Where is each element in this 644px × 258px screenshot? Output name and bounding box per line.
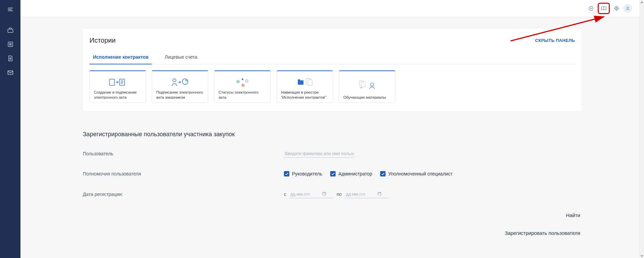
checkbox-admin[interactable]: Администратор	[330, 171, 372, 176]
checkbox-specialist[interactable]: Уполномоченный специалист	[380, 171, 453, 176]
card-label: Обучающие материалы	[343, 95, 391, 100]
checkbox-label: Администратор	[338, 171, 372, 176]
card-illustration-icon	[156, 74, 204, 90]
checkbox-leader[interactable]: Руководитель	[284, 171, 322, 176]
tab-accounts[interactable]: Лицевые счета	[161, 52, 200, 64]
target-icon[interactable]	[612, 4, 621, 12]
card-create-sign-act[interactable]: Создание и подписание электронного акта	[90, 70, 146, 103]
register-user-button[interactable]: Зарегистрировать пользователя	[504, 228, 582, 238]
card-label: Подписание электронного акта заказчиком	[156, 90, 204, 100]
svg-point-16	[616, 8, 618, 9]
card-illustration-icon	[343, 74, 391, 95]
scrollbar[interactable]	[639, 0, 644, 258]
card-registry-nav[interactable]: Навигация в реестре "Исполнение контракт…	[277, 70, 333, 103]
document-icon[interactable]	[7, 55, 14, 62]
scroll-up-icon[interactable]	[639, 0, 644, 5]
hide-panel-button[interactable]: СКРЫТЬ ПАНЕЛЬ	[535, 38, 575, 43]
histories-tabs: Исполнение контрактов Лицевые счета	[90, 52, 575, 64]
card-act-statuses[interactable]: Статусы электронного акта	[214, 70, 271, 103]
main-area: Истории СКРЫТЬ ПАНЕЛЬ Исполнение контрак…	[20, 0, 644, 258]
svg-point-15	[615, 7, 619, 10]
user-field-label: Пользователь	[83, 151, 284, 156]
svg-point-21	[627, 7, 628, 8]
date-to-label: по	[337, 192, 342, 197]
perms-field-label: Полномочия пользователя	[83, 171, 284, 176]
users-section-title: Зарегистрированные пользователи участник…	[83, 131, 582, 138]
date-from-label: с	[284, 192, 286, 197]
content-scroll[interactable]: Истории СКРЫТЬ ПАНЕЛЬ Исполнение контрак…	[20, 17, 644, 258]
date-from-input[interactable]	[290, 190, 322, 198]
top-bar	[20, 0, 644, 17]
card-label: Статусы электронного акта	[219, 90, 266, 100]
book-icon[interactable]	[600, 4, 608, 12]
search-button[interactable]: Найти	[565, 210, 582, 220]
svg-marker-13	[591, 8, 592, 9]
card-illustration-icon	[281, 74, 329, 90]
histories-panel: Истории СКРЫТЬ ПАНЕЛЬ Исполнение контрак…	[83, 29, 582, 111]
date-field-label: Дата регистрации:	[83, 192, 284, 197]
users-filter-form: Пользователь Полномочия пользователя Рук…	[83, 149, 582, 198]
histories-cards: Создание и подписание электронного акта …	[90, 70, 575, 103]
checkbox-label: Руководитель	[292, 171, 322, 176]
svg-rect-46	[378, 192, 381, 195]
svg-rect-38	[308, 80, 312, 86]
svg-point-29	[182, 79, 188, 85]
card-label: Навигация в реестре "Исполнение контракт…	[281, 90, 329, 100]
highlight-box	[598, 3, 610, 14]
calendar-icon[interactable]	[322, 191, 327, 197]
histories-title: Истории	[90, 37, 116, 44]
mail-icon[interactable]	[7, 69, 14, 76]
briefcase-icon[interactable]	[7, 27, 14, 34]
svg-rect-3	[8, 29, 13, 33]
list-icon[interactable]	[7, 41, 14, 48]
card-illustration-icon	[94, 74, 141, 90]
svg-rect-11	[8, 71, 13, 74]
svg-point-32	[237, 81, 239, 83]
svg-point-33	[245, 80, 248, 83]
date-to-input[interactable]	[345, 190, 377, 198]
user-name-input[interactable]	[284, 149, 354, 158]
svg-rect-42	[323, 192, 326, 195]
refresh-icon[interactable]	[587, 4, 595, 12]
card-learning-materials[interactable]: Обучающие материалы	[339, 70, 395, 103]
left-sidebar	[0, 0, 20, 258]
card-sign-act-customer[interactable]: Подписание электронного акта заказчиком	[152, 70, 208, 103]
card-illustration-icon	[219, 74, 266, 90]
user-icon[interactable]	[623, 4, 632, 13]
svg-rect-23	[110, 79, 115, 86]
svg-point-41	[370, 83, 373, 86]
calendar-icon[interactable]	[377, 191, 382, 197]
checkbox-checked-icon	[284, 171, 289, 176]
scroll-down-icon[interactable]	[639, 253, 644, 258]
svg-rect-40	[361, 82, 365, 87]
svg-marker-31	[241, 78, 244, 81]
card-label: Создание и подписание электронного акта	[94, 90, 141, 100]
checkbox-label: Уполномоченный специалист	[388, 171, 453, 176]
checkbox-checked-icon	[330, 171, 336, 176]
tab-contracts[interactable]: Исполнение контрактов	[90, 52, 152, 64]
svg-point-28	[173, 79, 176, 82]
checkbox-checked-icon	[380, 171, 386, 176]
hamburger-icon[interactable]	[7, 6, 14, 13]
